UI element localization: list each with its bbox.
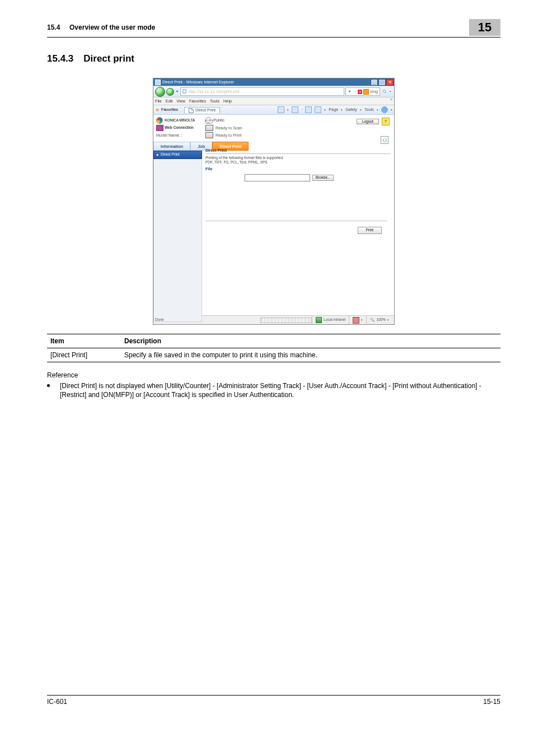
feeds-icon[interactable] xyxy=(292,106,298,113)
table-row: [Direct Print] Specify a file saved in t… xyxy=(47,348,500,362)
favorites-star-icon[interactable]: ★ xyxy=(155,108,160,113)
menu-edit[interactable]: Edit xyxy=(166,99,173,103)
svg-point-1 xyxy=(383,90,386,93)
nav-forward-button[interactable] xyxy=(166,88,174,96)
chapter-number-box: 15 xyxy=(469,19,500,36)
browser-tab-direct-print[interactable]: Direct Print xyxy=(184,107,220,113)
mail-icon[interactable] xyxy=(305,106,312,113)
status-ready-print: Ready to Print xyxy=(216,133,241,137)
triangle-right-icon: ▶ xyxy=(157,153,159,156)
model-name-label: Model Name : xyxy=(153,132,202,138)
search-icon[interactable] xyxy=(382,89,387,94)
menu-bar: File Edit View Favorites Tools Help xyxy=(153,97,394,105)
sidebar-body xyxy=(153,159,202,322)
bullet-icon xyxy=(47,384,50,387)
protected-mode-icon[interactable] xyxy=(353,317,359,324)
printer-status-block: Ready to Scan Ready to Print xyxy=(202,124,391,139)
refresh-status-button[interactable] xyxy=(381,136,388,144)
progress-bar xyxy=(260,318,312,323)
close-button[interactable]: ✕ xyxy=(386,79,394,86)
screenshot-window: Direct Print - Windows Internet Explorer… xyxy=(153,78,395,325)
brand-row: KONICA MINOLTA xyxy=(153,115,202,125)
page-content: KONICA MINOLTA Web Connection Model Name… xyxy=(153,114,394,315)
menu-favorites[interactable]: Favorites xyxy=(189,99,206,103)
reference-bullet: [Direct Print] is not displayed when [Ut… xyxy=(47,381,500,399)
status-done-label: Done xyxy=(155,318,189,322)
direct-print-section: Direct Print Printing of the following f… xyxy=(202,148,391,181)
security-zone-icon xyxy=(316,317,322,323)
go-arrow-icon: → xyxy=(353,90,357,94)
sidebar-item-direct-print[interactable]: ▶ Direct Print xyxy=(153,151,202,159)
page-footer: IC-601 15-15 xyxy=(47,695,500,706)
home-icon[interactable] xyxy=(278,106,284,113)
menu-help[interactable]: Help xyxy=(223,99,232,103)
footer-right: 15-15 xyxy=(483,698,500,706)
bing-label: bing xyxy=(370,90,378,94)
search-options-icon[interactable]: ▾ xyxy=(388,90,392,93)
address-input[interactable]: http://10.11.12.181/print.xml xyxy=(180,87,344,96)
browse-button[interactable]: Browse... xyxy=(312,175,334,180)
address-url: http://10.11.12.181/print.xml xyxy=(189,90,239,94)
subsection-number: 15.4.3 xyxy=(47,53,73,64)
ie-icon xyxy=(155,80,161,85)
table-header-item: Item xyxy=(47,334,121,348)
window-titlebar: Direct Print - Windows Internet Explorer… xyxy=(153,78,394,86)
dp-description2: PDF, TIFF, PS, PCL, Text, PPML, XPS xyxy=(205,160,391,165)
table-cell-desc: Specify a file saved in the computer to … xyxy=(121,348,500,362)
nav-back-button[interactable] xyxy=(155,87,165,97)
toolbar-tools[interactable]: Tools xyxy=(364,108,374,111)
print-toolbar-icon[interactable] xyxy=(315,106,321,113)
minimize-button[interactable]: _ xyxy=(371,79,378,86)
page-icon xyxy=(189,108,194,113)
command-bar: ★ Favorites Direct Print ▾ · ▾ Page▾ Saf… xyxy=(153,105,394,114)
konica-minolta-logo-icon xyxy=(156,117,163,124)
section-heading: Direct Print xyxy=(205,148,391,152)
brand-text: KONICA MINOLTA xyxy=(165,119,195,123)
running-head: 15.4 Overview of the user mode xyxy=(47,24,469,31)
zoom-icon[interactable]: 🔍 xyxy=(370,318,374,322)
stop-icon[interactable]: ✕ xyxy=(358,90,362,94)
toolbar-safety[interactable]: Safety xyxy=(345,108,357,111)
header-divider xyxy=(47,37,500,38)
favorites-label[interactable]: Favorites xyxy=(161,108,178,111)
reference-text: [Direct Print] is not displayed when [Ut… xyxy=(60,381,500,399)
zone-label: Local intranet xyxy=(324,318,345,322)
zoom-value: 100% xyxy=(376,318,386,322)
print-button[interactable]: Print xyxy=(358,227,382,234)
file-path-input[interactable] xyxy=(245,174,310,181)
subsection-title: Direct print xyxy=(83,53,134,64)
menu-view[interactable]: View xyxy=(176,99,185,103)
status-ready-scan: Ready to Scan xyxy=(216,126,242,130)
user-icon xyxy=(205,117,211,123)
item-description-table: Item Description [Direct Print] Specify … xyxy=(47,334,500,362)
footer-left: IC-601 xyxy=(47,698,67,706)
table-header-description: Description xyxy=(121,334,500,348)
window-title: Direct Print - Windows Internet Explorer xyxy=(162,80,371,84)
maximize-button[interactable]: □ xyxy=(378,79,386,86)
menu-tools[interactable]: Tools xyxy=(210,99,219,103)
search-box[interactable]: → ✕ bing xyxy=(345,87,380,96)
section-divider xyxy=(205,153,391,154)
toolbar-dd1[interactable]: ▾ xyxy=(287,109,289,111)
chevrons-icon[interactable]: » xyxy=(390,97,392,101)
history-dropdown-icon[interactable] xyxy=(175,90,179,94)
logout-button[interactable]: Logout xyxy=(357,119,379,125)
sidebar: ▶ Direct Print xyxy=(153,151,202,322)
section-number: 15.4 xyxy=(47,24,60,31)
menu-file[interactable]: File xyxy=(155,99,162,103)
tab-information[interactable]: Information xyxy=(153,142,190,151)
file-label: File xyxy=(205,167,391,171)
sidebar-item-label: Direct Print xyxy=(161,153,180,157)
printer-status-icon xyxy=(205,132,213,138)
toolbar-page[interactable]: Page xyxy=(329,108,338,111)
toolbar-dd2[interactable]: ▾ xyxy=(324,109,326,111)
scanner-status-icon xyxy=(205,125,213,131)
zoom-dropdown[interactable]: ▾ xyxy=(387,319,389,321)
browser-tab-label: Direct Print xyxy=(195,108,216,112)
bing-icon xyxy=(363,89,369,95)
svg-line-2 xyxy=(386,92,387,94)
help-icon[interactable]: ? xyxy=(382,118,390,125)
svg-rect-0 xyxy=(183,90,186,93)
user-label: Public xyxy=(213,118,224,123)
help-toolbar-icon[interactable] xyxy=(381,106,388,113)
